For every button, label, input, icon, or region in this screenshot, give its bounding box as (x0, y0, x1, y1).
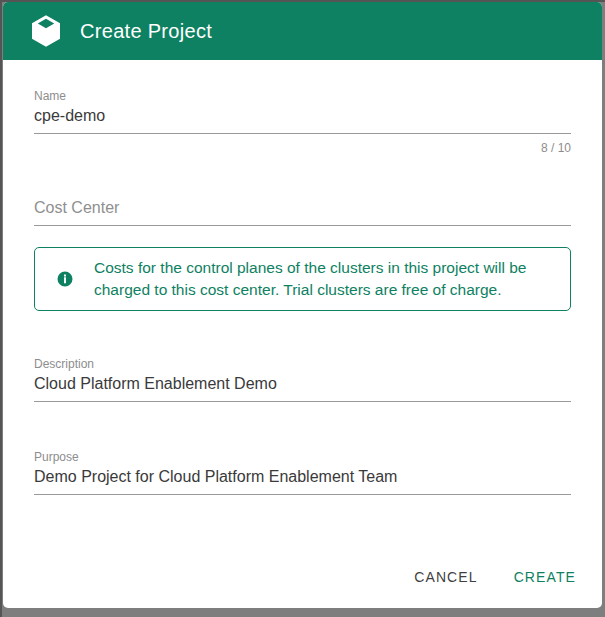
purpose-field-group: Purpose (34, 450, 571, 495)
dialog-header: Create Project (3, 2, 602, 60)
dialog-actions: CANCEL CREATE (3, 556, 602, 608)
cancel-button[interactable]: CANCEL (400, 560, 491, 594)
create-project-dialog: Create Project Name 8 / 10 Costs for the… (3, 2, 602, 608)
description-label: Description (34, 357, 571, 371)
name-char-counter: 8 / 10 (34, 141, 571, 155)
info-icon (56, 270, 74, 288)
description-input[interactable] (34, 371, 571, 402)
cost-center-field-group (34, 199, 571, 226)
screenshot-frame: Create Project Name 8 / 10 Costs for the… (0, 0, 605, 617)
name-field-group: Name 8 / 10 (34, 89, 571, 155)
dialog-title: Create Project (80, 20, 212, 43)
purpose-input[interactable] (34, 464, 571, 495)
cost-info-text: Costs for the control planes of the clus… (94, 257, 549, 301)
project-cube-icon (29, 13, 63, 49)
description-field-group: Description (34, 357, 571, 402)
name-input[interactable] (34, 103, 571, 134)
purpose-label: Purpose (34, 450, 571, 464)
dialog-content: Name 8 / 10 Costs for the control planes… (3, 60, 602, 556)
name-label: Name (34, 89, 571, 103)
create-button[interactable]: CREATE (500, 560, 590, 594)
cost-center-input[interactable] (34, 199, 571, 226)
cost-info-banner: Costs for the control planes of the clus… (34, 247, 571, 311)
